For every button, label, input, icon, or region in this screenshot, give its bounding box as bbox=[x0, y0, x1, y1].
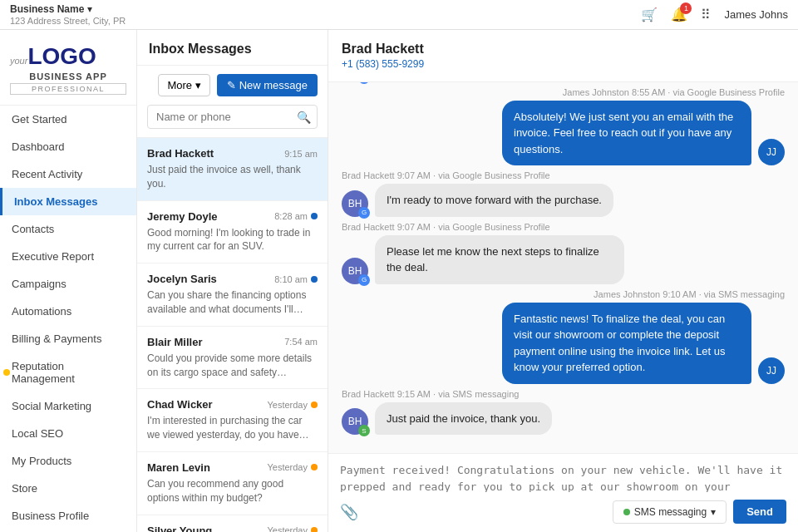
conv-preview: Just paid the invoice as well, thank you… bbox=[147, 163, 318, 191]
conversation-item[interactable]: Maren LevinYesterday Can you recommend a… bbox=[137, 452, 328, 515]
logo-text: LOGO bbox=[27, 43, 96, 69]
nav-item-get-started[interactable]: Get Started bbox=[0, 106, 136, 133]
business-address: 123 Address Street, City, PR bbox=[10, 16, 126, 26]
chat-messages: TodayBrad Hackett 8:40 AM · via Google B… bbox=[328, 82, 798, 453]
bell-icon[interactable]: 🔔 1 bbox=[671, 7, 687, 22]
conversation-item[interactable]: Blair Miller7:54 am Could you provide so… bbox=[137, 327, 328, 390]
nav-item-inbox-messages[interactable]: Inbox Messages bbox=[0, 188, 136, 215]
contact-name: Brad Hackett bbox=[342, 42, 785, 57]
nav-item-contacts[interactable]: Contacts bbox=[0, 215, 136, 243]
search-bar: 🔍 bbox=[137, 96, 328, 138]
sms-label: SMS messaging bbox=[634, 506, 707, 518]
nav-label: Automations bbox=[12, 305, 71, 318]
platform-badge: S bbox=[358, 425, 370, 436]
nav-label: Business Profile bbox=[12, 510, 89, 522]
nav-item-automations[interactable]: Automations bbox=[0, 298, 136, 325]
nav-item-business-profile[interactable]: Business Profile bbox=[0, 502, 136, 530]
messages-header: Inbox Messages bbox=[137, 30, 328, 66]
nav-item-reputation-management[interactable]: Reputation Management bbox=[0, 352, 136, 392]
avatar: BHS bbox=[342, 408, 368, 435]
unread-dot bbox=[311, 276, 318, 283]
conv-time: 7:54 am bbox=[284, 337, 318, 347]
nav-label: Campaigns bbox=[12, 278, 66, 290]
conversation-item[interactable]: Chad WickerYesterday I'm interested in p… bbox=[137, 389, 328, 452]
msg-meta: Brad Hackett 9:15 AM · via SMS messaging bbox=[342, 389, 785, 399]
conv-time: 8:28 am bbox=[274, 211, 318, 221]
topbar-right: 🛒 🔔 1 ⠿ James Johns bbox=[641, 7, 788, 22]
conv-time: Yesterday bbox=[267, 462, 318, 472]
attach-button[interactable]: 📎 bbox=[340, 503, 358, 521]
logo-your: your bbox=[10, 56, 27, 66]
nav-item-store[interactable]: Store bbox=[0, 475, 136, 502]
conv-time: Yesterday bbox=[267, 400, 318, 410]
conversation-item[interactable]: Jeremy Doyle8:28 am Good morning! I'm lo… bbox=[137, 201, 328, 264]
nav-item-my-products[interactable]: My Products bbox=[0, 447, 136, 475]
msg-meta: Brad Hackett 9:07 AM · via Google Busine… bbox=[342, 170, 785, 180]
nav-label: Reputation Management bbox=[12, 360, 125, 385]
conv-name: Jeremy Doyle bbox=[147, 210, 218, 223]
cart-icon[interactable]: 🛒 bbox=[641, 7, 658, 22]
notification-badge: 1 bbox=[680, 2, 692, 14]
nav-label: Inbox Messages bbox=[14, 195, 97, 208]
conversation-item[interactable]: Jocelyn Saris8:10 am Can you share the f… bbox=[137, 264, 328, 327]
conv-name: Chad Wicker bbox=[147, 398, 213, 411]
app-sub: PROFESSIONAL bbox=[10, 83, 126, 95]
conv-time: 9:15 am bbox=[284, 149, 318, 159]
nav-item-recent-activity[interactable]: Recent Activity bbox=[0, 160, 136, 188]
nav-item-campaigns[interactable]: Campaigns bbox=[0, 270, 136, 298]
message-bubble: Just paid the invoice, thank you. bbox=[375, 402, 552, 436]
more-button[interactable]: More ▾ bbox=[158, 74, 210, 96]
unread-dot-orange bbox=[311, 401, 318, 408]
sidebar: yourLOGO BUSINESS APP PROFESSIONAL Get S… bbox=[0, 30, 137, 532]
nav-label: Contacts bbox=[12, 223, 54, 235]
messages-panel: Inbox Messages More ▾ ✎ New message 🔍 Br… bbox=[137, 30, 328, 532]
nav-label: Billing & Payments bbox=[12, 332, 101, 345]
conv-name: Brad Hackett bbox=[147, 147, 214, 160]
conv-preview: Could you provide some more details on i… bbox=[147, 352, 318, 380]
conversation-item[interactable]: Brad Hackett9:15 am Just paid the invoic… bbox=[137, 138, 328, 201]
msg-meta: James Johnston 8:55 AM · via Google Busi… bbox=[342, 87, 785, 97]
conversation-list: Brad Hackett9:15 am Just paid the invoic… bbox=[137, 138, 328, 532]
nav-item-executive-report[interactable]: Executive Report bbox=[0, 243, 136, 270]
sms-channel-button[interactable]: SMS messaging ▾ bbox=[613, 500, 727, 524]
message-row: BHGI'm ready to move forward with the pu… bbox=[342, 184, 785, 217]
message-bubble: Absolutely! We just sent you an email wi… bbox=[502, 101, 751, 166]
msg-meta: Brad Hackett 9:07 AM · via Google Busine… bbox=[342, 222, 785, 232]
avatar: BHG bbox=[342, 258, 368, 284]
conv-preview: I'm interested in purchasing the car we … bbox=[147, 414, 318, 442]
conv-name: Maren Levin bbox=[147, 461, 210, 474]
message-row: BHSJust paid the invoice, thank you. bbox=[342, 402, 785, 436]
sms-status-dot bbox=[623, 509, 630, 515]
nav-item-billing-&-payments[interactable]: Billing & Payments bbox=[0, 325, 136, 352]
avatar: BHG bbox=[342, 190, 368, 217]
grid-icon[interactable]: ⠿ bbox=[701, 7, 711, 22]
nav-label: Dashboard bbox=[12, 140, 65, 153]
message-input[interactable] bbox=[340, 462, 786, 492]
nav-dot bbox=[3, 369, 10, 376]
topbar: Business Name ▾ 123 Address Street, City… bbox=[0, 0, 798, 30]
nav-label: Get Started bbox=[12, 113, 66, 126]
contact-phone: +1 (583) 555-9299 bbox=[342, 58, 785, 70]
conv-name: Blair Miller bbox=[147, 336, 202, 348]
nav-item-dashboard[interactable]: Dashboard bbox=[0, 133, 136, 160]
conv-time: 8:10 am bbox=[274, 274, 318, 284]
nav-item-local-seo[interactable]: Local SEO bbox=[0, 420, 136, 447]
nav-item-social-marketing[interactable]: Social Marketing bbox=[0, 392, 136, 420]
conversation-item[interactable]: Silver YoungYesterday Before I make a de… bbox=[137, 515, 328, 532]
conv-name: Jocelyn Saris bbox=[147, 273, 217, 285]
search-input[interactable] bbox=[147, 105, 318, 129]
logo: yourLOGO bbox=[10, 43, 126, 70]
new-message-button[interactable]: ✎ New message bbox=[217, 74, 318, 96]
message-row: Absolutely! We just sent you an email wi… bbox=[342, 101, 785, 166]
search-icon: 🔍 bbox=[297, 111, 311, 124]
logo-area: yourLOGO BUSINESS APP PROFESSIONAL bbox=[0, 30, 136, 106]
message-bubble: Please let me know the next steps to fin… bbox=[375, 235, 624, 284]
business-name-arrow[interactable]: ▾ bbox=[87, 3, 92, 15]
main-content: Inbox Messages More ▾ ✎ New message 🔍 Br… bbox=[137, 30, 798, 532]
nav-label: Store bbox=[12, 482, 37, 495]
message-bubble: I'm ready to move forward with the purch… bbox=[375, 184, 613, 217]
conv-preview: Good morning! I'm looking to trade in my… bbox=[147, 226, 318, 254]
nav-label: Executive Report bbox=[12, 250, 94, 263]
nav-label: My Products bbox=[12, 455, 71, 467]
send-button[interactable]: Send bbox=[733, 500, 786, 524]
